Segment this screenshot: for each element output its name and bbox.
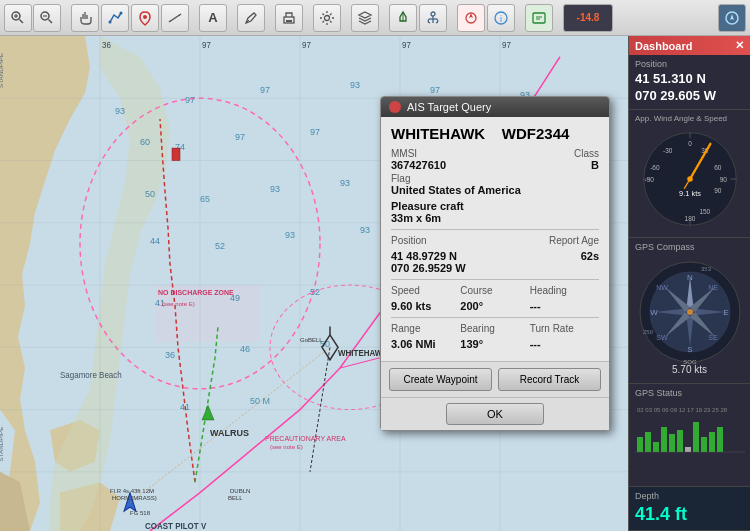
svg-text:60: 60 <box>714 164 722 171</box>
svg-text:97: 97 <box>502 41 511 50</box>
svg-text:DUBLN: DUBLN <box>230 486 250 493</box>
svg-text:W: W <box>650 308 658 317</box>
print-button[interactable] <box>275 4 303 32</box>
zoom-in-button[interactable] <box>4 4 32 32</box>
svg-text:COAST PILOT V: COAST PILOT V <box>145 522 207 531</box>
svg-text:150: 150 <box>699 208 710 215</box>
svg-text:SW: SW <box>656 334 668 341</box>
svg-text:50: 50 <box>145 189 155 199</box>
svg-point-8 <box>120 11 123 14</box>
ship-button[interactable] <box>389 4 417 32</box>
measure-tool-button[interactable] <box>161 4 189 32</box>
svg-text:90: 90 <box>714 187 722 194</box>
vessel-name: WHITEHAWK WDF2344 <box>391 125 599 142</box>
svg-text:93: 93 <box>340 178 350 188</box>
text-tool-button[interactable]: A <box>199 4 227 32</box>
svg-text:(see note E): (see note E) <box>270 443 303 450</box>
ais-popup-body: WHITEHAWK WDF2344 MMSI 367427610 Class B <box>381 117 609 361</box>
svg-text:50 M: 50 M <box>250 396 270 406</box>
svg-text:(see note E): (see note E) <box>162 300 195 307</box>
main-container: 93 97 97 93 97 93 97 60 74 97 97 91 93 9… <box>0 36 750 531</box>
svg-rect-25 <box>533 13 545 23</box>
compass-svg: N S W E NE SE NW SW 353 250 <box>636 258 744 366</box>
svg-text:E: E <box>723 308 728 317</box>
svg-point-148 <box>687 309 693 315</box>
ais-position-header: Position Report Age <box>391 235 599 247</box>
svg-text:9.1 kts: 9.1 kts <box>679 188 701 197</box>
svg-text:97: 97 <box>430 85 440 95</box>
ais-range-values: 3.06 NMi 139° --- <box>391 338 599 350</box>
ais-button[interactable] <box>457 4 485 32</box>
svg-rect-159 <box>701 437 707 452</box>
dashboard-title: Dashboard ✕ <box>629 36 750 55</box>
zoom-out-button[interactable] <box>33 4 61 32</box>
record-track-button[interactable]: Record Track <box>498 368 601 391</box>
svg-text:97: 97 <box>302 41 311 50</box>
dashboard-panel: Dashboard ✕ Position 41 51.310 N 070 29.… <box>628 36 750 531</box>
svg-text:97: 97 <box>402 41 411 50</box>
svg-text:-60: -60 <box>650 164 660 171</box>
svg-rect-160 <box>709 432 715 452</box>
ok-button[interactable]: OK <box>446 403 544 425</box>
ais-popup: AIS Target Query WHITEHAWK WDF2344 MMSI … <box>380 96 610 431</box>
svg-text:Sagamore Beach: Sagamore Beach <box>60 371 122 380</box>
toolbar: A i -14.8 <box>0 0 750 36</box>
chart-area[interactable]: 93 97 97 93 97 93 97 60 74 97 97 91 93 9… <box>0 36 628 531</box>
svg-text:180: 180 <box>684 214 695 221</box>
ais-flag-row: Flag United States of America <box>391 173 599 196</box>
ais-popup-title: AIS Target Query <box>407 101 491 113</box>
ais-close-button[interactable] <box>389 101 401 113</box>
svg-text:STANDPIPE: STANDPIPE <box>0 53 4 88</box>
svg-text:0: 0 <box>688 139 692 146</box>
svg-rect-153 <box>653 442 659 452</box>
svg-point-9 <box>143 15 147 19</box>
gps-status-section: GPS Status 02 03 05 06 09 12 17 19 23 25… <box>629 384 750 487</box>
svg-text:WALRUS: WALRUS <box>210 427 249 437</box>
svg-text:93: 93 <box>360 225 370 235</box>
svg-text:NO DISCHARGE ZONE: NO DISCHARGE ZONE <box>158 289 234 297</box>
settings-button[interactable] <box>313 4 341 32</box>
svg-text:52: 52 <box>310 287 320 297</box>
create-waypoint-button[interactable]: Create Waypoint <box>389 368 492 391</box>
wind-gauge-svg: 0 180 -90 90 30 60 90 150 -30 -60 9.1 kt… <box>640 129 740 229</box>
layers-button[interactable] <box>351 4 379 32</box>
ais-ok-container: OK <box>381 397 609 430</box>
svg-text:FG 518: FG 518 <box>130 509 151 516</box>
svg-marker-17 <box>359 12 371 18</box>
ais-speed-header: Speed Course Heading <box>391 285 599 297</box>
speed-display: -14.8 <box>563 4 613 32</box>
svg-text:GoBELL: GoBELL <box>300 336 323 343</box>
svg-point-127 <box>687 176 693 182</box>
mark-tool-button[interactable] <box>131 4 159 32</box>
dashboard-toggle-button[interactable] <box>718 4 746 32</box>
svg-point-19 <box>431 12 435 16</box>
svg-text:-30: -30 <box>663 147 673 154</box>
svg-text:PRECAUTIONARY AREA: PRECAUTIONARY AREA <box>265 435 346 443</box>
svg-text:93: 93 <box>115 106 125 116</box>
chart-info-button[interactable] <box>525 4 553 32</box>
svg-line-5 <box>49 19 53 23</box>
pen-tool-button[interactable] <box>237 4 265 32</box>
svg-text:60: 60 <box>140 137 150 147</box>
svg-text:93: 93 <box>350 80 360 90</box>
svg-rect-92 <box>172 148 180 160</box>
svg-text:-90: -90 <box>644 176 654 183</box>
dashboard-close-icon[interactable]: ✕ <box>735 39 744 52</box>
toolbar-group-zoom <box>4 4 61 32</box>
anchor-button[interactable] <box>419 4 447 32</box>
ais-mmsi-row: MMSI 367427610 Class B <box>391 148 599 171</box>
route-tool-button[interactable] <box>101 4 129 32</box>
svg-point-7 <box>109 20 112 23</box>
svg-rect-155 <box>669 434 675 452</box>
svg-rect-152 <box>645 432 651 452</box>
info-button[interactable]: i <box>487 4 515 32</box>
ais-type-row: Pleasure craft 33m x 6m <box>391 200 599 224</box>
svg-text:97: 97 <box>185 95 195 105</box>
svg-text:NW: NW <box>656 284 668 291</box>
svg-line-1 <box>20 19 24 23</box>
gps-compass-section: GPS Compass N S W E NE SE NW SW 353 <box>629 238 750 384</box>
hand-tool-button[interactable] <box>71 4 99 32</box>
svg-text:97: 97 <box>310 126 320 136</box>
wind-gauge-container: 0 180 -90 90 30 60 90 150 -30 -60 9.1 kt… <box>635 125 744 233</box>
svg-point-16 <box>325 15 330 20</box>
